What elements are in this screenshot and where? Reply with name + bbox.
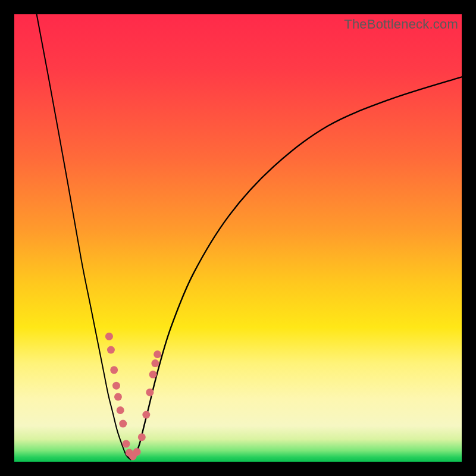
data-point [110,366,118,374]
data-point [114,393,122,400]
plot-area: TheBottleneck.com [14,14,462,462]
data-point [142,411,150,419]
marker-group [105,333,161,461]
data-point [123,440,130,447]
data-point [117,406,124,414]
data-point [149,371,157,378]
data-point [146,389,154,396]
data-point [151,359,159,367]
data-point [112,382,120,390]
data-point [107,346,115,354]
curve-layer [14,14,462,462]
data-point [138,433,146,441]
chart-frame: TheBottleneck.com [0,0,476,476]
curve-right-branch [131,77,462,459]
data-point [133,448,141,456]
curve-left-branch [37,14,131,459]
data-point [119,420,127,428]
data-point [154,350,161,358]
data-point [105,333,113,340]
